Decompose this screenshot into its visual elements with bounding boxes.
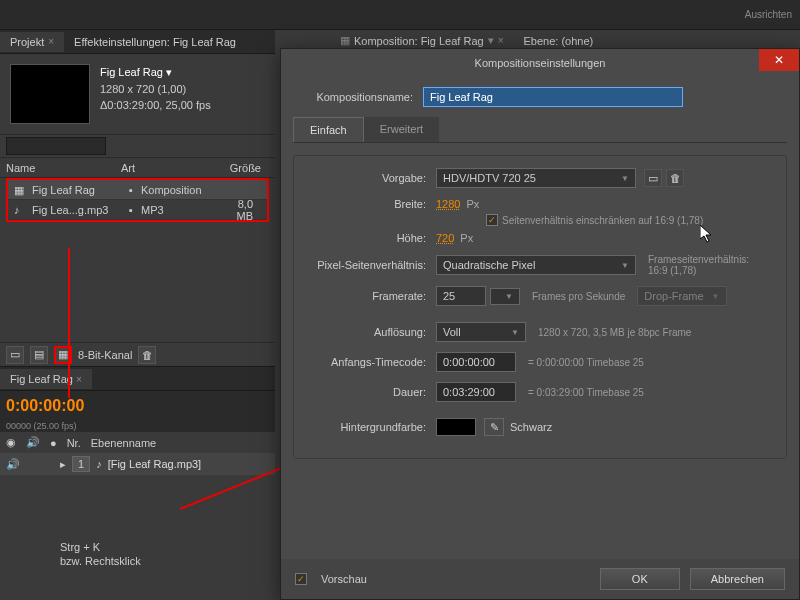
lock-icon[interactable]: ●: [50, 437, 57, 449]
dialog-tabs: Einfach Erweitert: [293, 117, 787, 143]
chevron-down-icon: ▼: [621, 174, 629, 183]
framerate-input[interactable]: 25: [436, 286, 486, 306]
col-type[interactable]: Art: [121, 162, 211, 174]
col-size[interactable]: Größe: [211, 162, 269, 174]
panel-tabs: Projekt× Effekteinstellungen: Fig Leaf R…: [0, 30, 275, 54]
dialog-footer: ✓ Vorschau OK Abbrechen: [281, 559, 799, 599]
layer-number: 1: [72, 456, 90, 472]
fps-value: 25: [443, 290, 455, 302]
px-label: Px: [460, 232, 473, 244]
search-input[interactable]: [6, 137, 106, 155]
close-icon[interactable]: ×: [48, 36, 54, 47]
table-row[interactable]: ♪ Fig Lea...g.mp3 ▪ MP3 8,0 MB: [8, 200, 267, 220]
lock-aspect-checkbox[interactable]: ✓: [486, 214, 498, 226]
comp-info: Fig Leaf Rag ▾ 1280 x 720 (1,00) Δ0:03:2…: [100, 64, 211, 124]
basic-section: Vorgabe: HDV/HDTV 720 25▼ ▭ 🗑 Breite: 12…: [293, 155, 787, 459]
width-value[interactable]: 1280: [436, 198, 460, 210]
duration-input[interactable]: [436, 382, 516, 402]
dialog-titlebar[interactable]: Kompositionseinstellungen ✕: [281, 49, 799, 77]
preview-checkbox[interactable]: ✓: [295, 573, 307, 585]
hint-line2: bzw. Rechtsklick: [60, 554, 141, 568]
col-name[interactable]: Name: [6, 162, 121, 174]
project-table-header: Name Art Größe: [0, 158, 275, 178]
comp-thumbnail[interactable]: [10, 64, 90, 124]
comp-name-label: Kompositionsname:: [293, 91, 423, 103]
duration-label: Dauer:: [306, 386, 436, 398]
annotation-hint: Strg + K bzw. Rechtsklick: [60, 540, 141, 569]
framerate-dropdown[interactable]: ▼: [490, 288, 520, 305]
lock-aspect-label: Seitenverhältnis einschränken auf 16:9 (…: [502, 215, 703, 226]
tab-basic[interactable]: Einfach: [293, 117, 364, 142]
preview-label: Vorschau: [321, 573, 367, 585]
ok-button[interactable]: OK: [600, 568, 680, 590]
timeline-tab[interactable]: Fig Leaf Rag ×: [0, 369, 92, 389]
col-layername: Ebenenname: [91, 437, 156, 449]
row-name: Fig Lea...g.mp3: [32, 204, 129, 216]
duration-info: = 0:03:29:00 Timebase 25: [528, 387, 644, 398]
tab-project-label: Projekt: [10, 36, 44, 48]
speaker-icon[interactable]: 🔊: [26, 436, 40, 449]
tab-project[interactable]: Projekt×: [0, 32, 64, 52]
layer-row[interactable]: 🔊 ▸ 1 ♪ [Fig Leaf Rag.mp3]: [0, 453, 275, 475]
eyedropper-icon[interactable]: ✎: [484, 418, 504, 436]
highlighted-rows: ▦ Fig Leaf Rag ▪ Komposition ♪ Fig Lea..…: [6, 178, 269, 222]
save-preset-icon[interactable]: ▭: [644, 169, 662, 187]
timeline-tab-label: Fig Leaf Rag: [10, 373, 73, 385]
far-label: Frameseitenverhältnis:: [648, 254, 749, 265]
height-label: Höhe:: [306, 232, 436, 244]
bit-depth-label[interactable]: 8-Bit-Kanal: [78, 349, 132, 361]
expand-icon[interactable]: ▸: [60, 458, 66, 471]
eye-icon[interactable]: ◉: [6, 436, 16, 449]
preset-dropdown[interactable]: HDV/HDTV 720 25▼: [436, 168, 636, 188]
close-icon[interactable]: ×: [498, 35, 504, 46]
par-value: Quadratische Pixel: [443, 259, 535, 271]
dropframe-dropdown: Drop-Frame▼: [637, 286, 726, 306]
trash-icon[interactable]: 🗑: [138, 346, 156, 364]
tab-advanced[interactable]: Erweitert: [364, 117, 439, 142]
preset-label: Vorgabe:: [306, 172, 436, 184]
dropframe-value: Drop-Frame: [644, 290, 703, 302]
tab-layer-label: Ebene: (ohne): [523, 35, 593, 47]
px-label: Px: [466, 198, 479, 210]
comp-name-input[interactable]: [423, 87, 683, 107]
audio-icon: ♪: [14, 204, 28, 216]
current-timecode[interactable]: 0:00:00:00: [0, 391, 275, 421]
start-tc-label: Anfangs-Timecode:: [306, 356, 436, 368]
comp-preview: Fig Leaf Rag ▾ 1280 x 720 (1,00) Δ0:03:2…: [0, 54, 275, 134]
res-label: Auflösung:: [306, 326, 436, 338]
comp-icon: ▦: [14, 184, 28, 196]
annotation-arrow: [68, 248, 70, 398]
resolution-dropdown[interactable]: Voll▼: [436, 322, 526, 342]
close-button[interactable]: ✕: [759, 49, 799, 71]
bg-color-swatch[interactable]: [436, 418, 476, 436]
res-value: Voll: [443, 326, 461, 338]
cancel-button[interactable]: Abbrechen: [690, 568, 785, 590]
start-tc-input[interactable]: [436, 352, 516, 372]
row-name: Fig Leaf Rag: [32, 184, 129, 196]
bg-color-name: Schwarz: [510, 421, 552, 433]
label-icon: ▪: [129, 184, 141, 196]
chevron-down-icon: ▼: [621, 261, 629, 270]
comp-name[interactable]: Fig Leaf Rag ▾: [100, 64, 211, 81]
timecode-frames: 00000 (25.00 fps): [0, 421, 275, 431]
chevron-down-icon: ▼: [505, 292, 513, 301]
interpret-icon[interactable]: ▤: [30, 346, 48, 364]
folder-icon[interactable]: ▭: [6, 346, 24, 364]
fps-label: Framerate:: [306, 290, 436, 302]
comp-settings-dialog: Kompositionseinstellungen ✕ Kompositions…: [280, 48, 800, 600]
height-value[interactable]: 720: [436, 232, 454, 244]
timeline-panel: Fig Leaf Rag × 0:00:00:00 00000 (25.00 f…: [0, 366, 275, 475]
far-value: 16:9 (1,78): [648, 265, 749, 276]
close-icon[interactable]: ×: [76, 374, 82, 385]
chevron-down-icon: ▼: [511, 328, 519, 337]
res-info: 1280 x 720, 3,5 MB je 8bpc Frame: [538, 327, 691, 338]
row-type: MP3: [141, 204, 219, 216]
trash-icon[interactable]: 🗑: [666, 169, 684, 187]
project-panel: Projekt× Effekteinstellungen: Fig Leaf R…: [0, 30, 275, 475]
par-dropdown[interactable]: Quadratische Pixel▼: [436, 255, 636, 275]
dialog-title: Kompositionseinstellungen: [475, 57, 606, 69]
row-type: Komposition: [141, 184, 219, 196]
chevron-down-icon: ▼: [712, 292, 720, 301]
tab-effect[interactable]: Effekteinstellungen: Fig Leaf Rag: [64, 32, 246, 52]
speaker-icon[interactable]: 🔊: [6, 458, 20, 471]
